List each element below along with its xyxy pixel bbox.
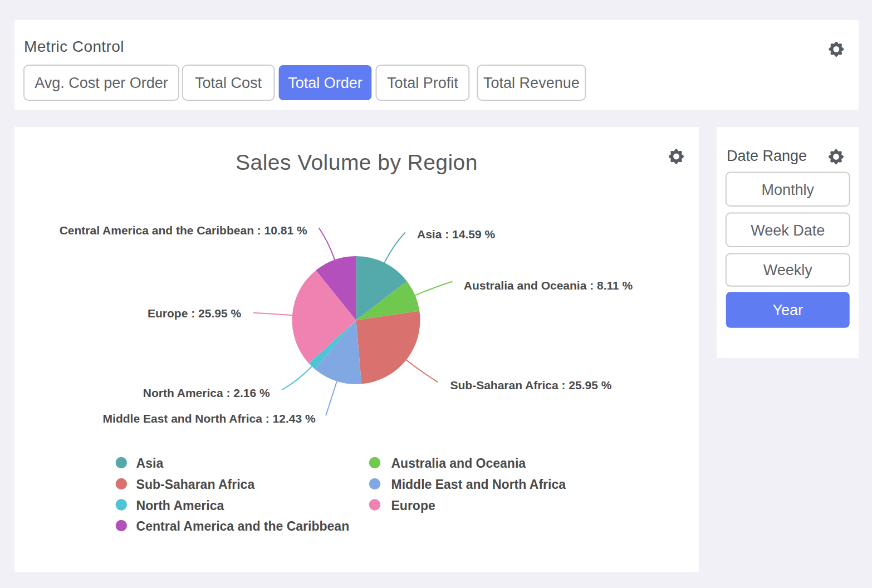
svg-text:Middle East and North Africa :: Middle East and North Africa : 12.43 % [103,412,316,425]
svg-text:Central America and the Caribb: Central America and the Caribbean : 10.8… [60,224,307,237]
svg-text:Total Cost: Total Cost [195,75,262,91]
svg-text:Central America and the Caribb: Central America and the Caribbean [136,519,350,533]
svg-text:Europe: Europe [391,498,435,513]
svg-text:Sub-Saharan Africa : 25.95 %: Sub-Saharan Africa : 25.95 % [450,379,612,391]
svg-text:Sales Volume by Region: Sales Volume by Region [236,150,478,174]
svg-text:Middle East and North Africa: Middle East and North Africa [391,477,566,492]
svg-text:Asia : 14.59 %: Asia : 14.59 % [417,228,495,241]
svg-text:Total Revenue: Total Revenue [483,75,580,91]
svg-text:Avg. Cost per Order: Avg. Cost per Order [35,75,168,91]
svg-text:Total Order: Total Order [288,75,362,91]
svg-text:Monthly: Monthly [761,182,814,198]
svg-text:Europe : 25.95 %: Europe : 25.95 % [148,307,241,320]
svg-text:Sub-Saharan Africa: Sub-Saharan Africa [136,477,255,492]
svg-text:Date Range: Date Range [727,148,807,164]
svg-text:Weekly: Weekly [763,262,813,278]
svg-text:Asia: Asia [136,456,164,471]
svg-text:North America : 2.16 %: North America : 2.16 % [143,386,270,399]
svg-text:Year: Year [772,302,803,318]
svg-text:Week Date: Week Date [751,222,825,239]
svg-text:North America: North America [136,498,224,513]
svg-text:Australia and Oceania: Australia and Oceania [391,456,526,471]
svg-text:Total Profit: Total Profit [387,75,458,91]
svg-text:Australia and Oceania : 8.11 %: Australia and Oceania : 8.11 % [464,279,633,292]
svg-text:Metric Control: Metric Control [24,38,124,55]
